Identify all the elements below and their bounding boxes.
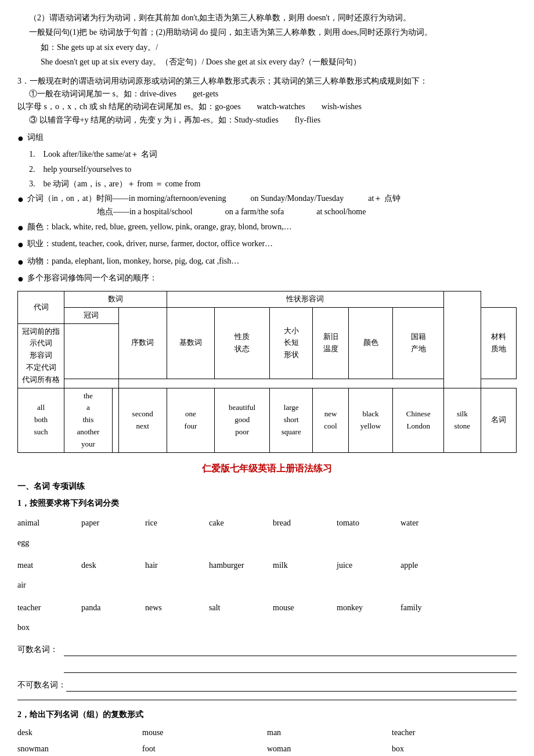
intro-line4: She doesn't get up at six every day。（否定句… xyxy=(17,56,517,69)
word-panda: panda xyxy=(81,598,145,618)
sub-indef xyxy=(64,323,119,379)
noun-header xyxy=(444,291,481,388)
word-meat: meat xyxy=(17,556,81,575)
sub-age: 新旧温度 xyxy=(313,307,348,379)
word-grid-row3: teacher panda news salt mouse monkey fam… xyxy=(17,598,517,638)
word-family: family xyxy=(400,598,464,618)
ex2-box: box xyxy=(392,743,517,755)
word-tomato: tomato xyxy=(337,513,400,533)
sub-nationality: 国籍产地 xyxy=(393,307,444,379)
header-numeral: 数词 xyxy=(64,291,167,308)
bullet-row-2: ● 介词（in，on，at）时间——in morning/afternoon/e… xyxy=(17,192,517,218)
bullet-row-4: ● 职业：student, teacher, cook, driver, nur… xyxy=(17,237,517,252)
ex2-section: 2，给出下列名词（组）的复数形式 desk mouse man teacher … xyxy=(17,708,517,755)
rule3-section: 3．一般现在时的谓语动词用动词原形或动词的第三人称单数形式表示；其动词的第三人称… xyxy=(17,75,517,127)
sub-size: 大小长短形状 xyxy=(270,307,313,379)
countable-label: 可数名词： xyxy=(17,643,64,656)
bullet-icon-1: ● xyxy=(17,131,24,146)
countable-underline2[interactable] xyxy=(64,660,517,673)
bullet-row-3: ● 颜色：black, white, red, blue, green, yel… xyxy=(17,221,517,235)
preposition-place: 地点——in a hospital/school on a farm/the s… xyxy=(27,206,400,218)
rule3-item3: ③ 以辅音字母+y 结尾的动词，先变 y 为 i，再加-es。如：Study-s… xyxy=(17,114,517,127)
bullets-section: ● 词组 1. Look after/like/the same/at＋ 名词 … xyxy=(17,131,517,286)
sub-ordinal-label: 冠词 xyxy=(64,307,119,323)
data-nationality-vals: ChineseLondon xyxy=(393,388,444,452)
bullet-row-6: ● 多个形容词修饰同一个名词的顺序： xyxy=(17,272,517,286)
countable-underline[interactable] xyxy=(64,643,517,656)
bullet-icon-2: ● xyxy=(17,192,24,207)
bullet-row-5: ● 动物：panda, elephant, lion, monkey, hors… xyxy=(17,255,517,269)
rule3-item1: ①一般在动词词尾加一 s。如：drive-dives get-gets xyxy=(17,88,517,100)
part1-title: 一、名词 专项训练 xyxy=(17,480,517,493)
sub-quality: 性质状态 xyxy=(215,307,270,379)
bullet-jobs: 职业：student, teacher, cook, driver, nurse… xyxy=(27,237,273,250)
word-mouse: mouse xyxy=(273,598,337,618)
word-cake: cake xyxy=(209,513,273,533)
word-paper: paper xyxy=(81,513,145,533)
data-article: theathisanotheryour xyxy=(64,388,113,452)
bullet-color: 颜色：black, white, red, blue, green, yello… xyxy=(27,221,292,233)
ex2-teacher: teacher xyxy=(392,726,517,739)
intro-section: （2）谓语动词诸为行为动词，则在其前加 don't,如主语为第三人称单数，则用 … xyxy=(17,12,517,69)
section-divider xyxy=(17,700,517,700)
word-water: water xyxy=(400,513,464,533)
uncountable-underline[interactable] xyxy=(66,679,517,692)
empty-cell xyxy=(64,379,119,388)
part1-section: 一、名词 专项训练 1，按照要求将下列名词分类 animal paper ric… xyxy=(17,480,517,692)
word-salt: salt xyxy=(209,598,273,618)
ex2-woman: woman xyxy=(267,743,392,755)
rule3-item2: 以字母 s，o，x，ch 或 sh 结尾的动词在词尾加 es。如：go-goes… xyxy=(17,100,517,113)
data-size-vals: largeshortsquare xyxy=(270,388,313,452)
data-material-vals: silkstone xyxy=(444,388,481,452)
adj-table-header-row: 代词 数词 性状形容词 xyxy=(18,291,517,308)
word-monkey: monkey xyxy=(337,598,400,618)
countable-fill-line2 xyxy=(17,660,517,673)
word-news: news xyxy=(145,598,209,618)
ex2-desk: desk xyxy=(17,726,142,739)
ex2-foot: foot xyxy=(142,743,267,755)
ex2-man: man xyxy=(267,726,392,739)
data-color-vals: blackyellow xyxy=(348,388,393,452)
word-animal: animal xyxy=(17,513,81,533)
word-juice: juice xyxy=(337,556,400,575)
word-apple: apple xyxy=(400,556,464,575)
bullet-icon-4: ● xyxy=(17,237,24,252)
word-rice: rice xyxy=(145,513,209,533)
data-ordinal: secondnext xyxy=(118,388,167,452)
header-quality: 性状形容词 xyxy=(167,291,443,308)
bullet-preposition: 介词（in，on，at）时间——in morning/afternoon/eve… xyxy=(27,192,400,218)
section-title-red: 仁爱版七年级英语上册语法练习 xyxy=(17,461,517,476)
uncountable-fill-line: 不可数名词： xyxy=(17,679,517,692)
sub-material: 材料质地 xyxy=(481,307,516,379)
rule3-title: 3．一般现在时的谓语动词用动词原形或动词的第三人称单数形式表示；其动词的第三人称… xyxy=(17,75,517,88)
sub-cardinal: 基数词 xyxy=(167,307,215,379)
bullet-icon-5: ● xyxy=(17,255,24,269)
bullet-icon-6: ● xyxy=(17,272,24,286)
adj-table-container: 代词 数词 性状形容词 冠词 序数词 基数词 性质状态 大小长短形状 新旧温度 … xyxy=(17,291,517,453)
bgroup1-item1: 1. Look after/like/the same/at＋ 名词 xyxy=(17,148,517,161)
bullet-row-1: ● 词组 xyxy=(17,131,517,146)
bullet-adj-order: 多个形容词修饰同一个名词的顺序： xyxy=(27,272,157,285)
bullet-animals: 动物：panda, elephant, lion, monkey, horse,… xyxy=(27,255,239,268)
word-hair: hair xyxy=(145,556,209,575)
ex2-mouse: mouse xyxy=(142,726,267,739)
countable-fill-line: 可数名词： xyxy=(17,643,517,656)
data-pronoun-all: allbothsuch xyxy=(18,388,64,452)
ex2-snowman: snowman xyxy=(17,743,142,755)
data-noun-val: 名词 xyxy=(481,388,516,452)
word-bread: bread xyxy=(273,513,337,533)
word-teacher: teacher xyxy=(17,598,81,618)
adj-table-subheader1: 冠词 序数词 基数词 性质状态 大小长短形状 新旧温度 颜色 国籍产地 材料质地 xyxy=(18,307,517,323)
word-desk: desk xyxy=(81,556,145,575)
b1-item1-text: 1. Look after/like/the same/at＋ 名词 xyxy=(29,148,157,161)
bullet-label-1: 词组 xyxy=(27,131,44,144)
intro-line3: 如：She gets up at six every day。/ xyxy=(17,41,517,54)
word-grid-row1: animal paper rice cake bread tomato wate… xyxy=(17,513,517,553)
adj-table-layout-row xyxy=(18,379,517,388)
word-grid-row2: meat desk hair hamburger milk juice appl… xyxy=(17,556,517,596)
countable-label2 xyxy=(17,660,64,673)
word-box: box xyxy=(17,618,81,638)
data-quality-vals: beautifulgoodpoor xyxy=(215,388,270,452)
intro-line2: 一般疑问句(1)把 be 动词放于句首；(2)用助动词 do 提问，如主语为第三… xyxy=(17,26,517,39)
ex1-title: 1，按照要求将下列名词分类 xyxy=(17,497,517,510)
